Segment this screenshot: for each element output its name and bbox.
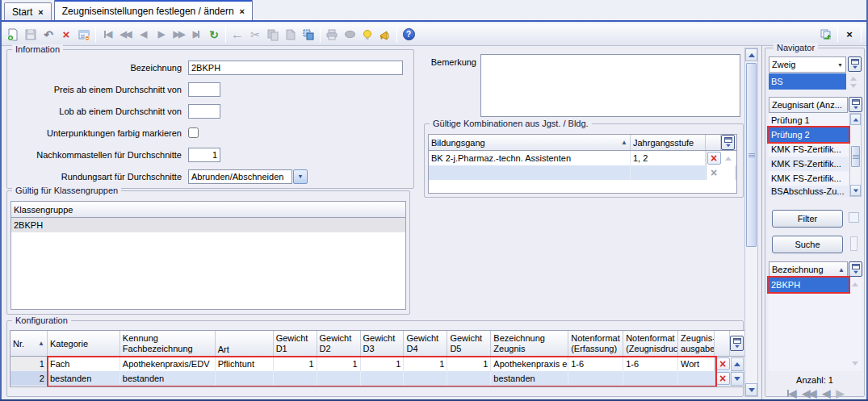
print-icon[interactable] bbox=[323, 26, 341, 44]
column-header-kategorie[interactable]: Kategorie bbox=[48, 331, 120, 356]
delete-row-icon[interactable]: × bbox=[716, 372, 730, 385]
column-header-bildungsgang[interactable]: Bildungsgang ▲ bbox=[429, 135, 631, 150]
table-row-empty[interactable]: × bbox=[429, 165, 736, 180]
scroll-up-button[interactable] bbox=[850, 114, 861, 125]
nav-first-icon[interactable]: ◀ bbox=[99, 26, 116, 44]
undo-icon[interactable]: ↶ bbox=[40, 26, 57, 44]
column-header-art[interactable]: Art bbox=[216, 331, 274, 356]
scroll-down-button[interactable] bbox=[731, 372, 744, 386]
unterpunktungen-checkbox[interactable] bbox=[188, 127, 199, 138]
table-row[interactable]: 2 bestanden bestanden bestanden × bbox=[10, 371, 744, 386]
cell-art: Pflichtunt bbox=[216, 357, 274, 371]
column-header-bezeichnung-zeugnis[interactable]: BezeichnungZeugnis bbox=[491, 331, 568, 356]
table-row[interactable]: BK 2-j.Pharmaz.-techn. Assistenten 1, 2 … bbox=[429, 151, 736, 165]
nav-next-icon[interactable]: ▶ bbox=[152, 26, 170, 44]
zeugnisart-item[interactable]: KMK FS-Zertifik... bbox=[769, 171, 849, 186]
nav-first-icon[interactable]: ◀ bbox=[787, 387, 795, 399]
zweig-dropdown[interactable]: Zweig ▼ bbox=[769, 56, 846, 73]
main-vertical-scrollbar[interactable] bbox=[744, 48, 758, 397]
cut-icon[interactable]: ✂ bbox=[246, 26, 264, 44]
delete-row-icon[interactable]: × bbox=[716, 357, 730, 370]
column-header-gewicht-d2[interactable]: GewichtD2 bbox=[317, 331, 361, 356]
scrollbar-thumb[interactable] bbox=[851, 146, 860, 167]
close-pane-icon[interactable]: × bbox=[841, 26, 858, 44]
hint-bulb-icon[interactable] bbox=[359, 26, 376, 44]
column-header-gewicht-d5[interactable]: GewichtD5 bbox=[447, 331, 491, 356]
column-header-jahrgangsstufe[interactable]: Jahrgangsstufe bbox=[631, 135, 706, 150]
column-header-gewicht-d3[interactable]: GewichtD3 bbox=[361, 331, 405, 356]
column-chooser-cell bbox=[730, 331, 744, 356]
save-icon[interactable] bbox=[22, 26, 40, 44]
nav-next-icon[interactable]: ▶ bbox=[837, 387, 843, 399]
dropdown-button[interactable]: ▼ bbox=[293, 169, 308, 184]
delete-row-disabled-icon: × bbox=[707, 166, 721, 179]
paste-icon[interactable] bbox=[282, 26, 300, 44]
scroll-up-button[interactable] bbox=[745, 48, 757, 61]
lob-input[interactable] bbox=[188, 104, 220, 119]
tab-close-icon[interactable]: × bbox=[240, 6, 245, 16]
bezeichnung-item-selected[interactable]: 2BKPH bbox=[769, 278, 849, 292]
field-chooser-button[interactable] bbox=[848, 56, 862, 72]
scroll-up-button[interactable] bbox=[731, 357, 744, 371]
delete-record-icon[interactable]: × bbox=[57, 26, 75, 44]
column-header-notenformat-erfassung[interactable]: Notenformat(Erfassung) bbox=[568, 331, 623, 356]
table-row[interactable]: 2BKPH bbox=[11, 218, 405, 232]
nav-fast-prev-icon[interactable]: ◀◀ bbox=[116, 26, 134, 44]
field-chooser-button[interactable] bbox=[849, 97, 862, 112]
refresh-icon[interactable]: ↻ bbox=[205, 26, 223, 44]
table-row[interactable]: 1 Fach Apothekenpraxis/EDV Pflichtunt 1 … bbox=[10, 357, 744, 371]
zeugnisart-item[interactable]: BSAbschluss-Zu... bbox=[769, 186, 849, 197]
column-header-kennung[interactable]: KennungFachbezeichnung bbox=[120, 331, 216, 356]
field-chooser-button[interactable] bbox=[730, 336, 744, 351]
help-icon[interactable]: ? bbox=[400, 26, 417, 44]
tab-start[interactable]: Start × bbox=[4, 2, 52, 20]
zeugnisart-item[interactable]: KMK FS-Zertifik... bbox=[769, 142, 849, 157]
preis-input[interactable] bbox=[188, 82, 220, 97]
preview-icon[interactable] bbox=[341, 26, 359, 44]
rundungsart-select[interactable]: Abrunden/Abschneiden ▼ bbox=[188, 169, 308, 184]
column-header-gewicht-d4[interactable]: GewichtD4 bbox=[404, 331, 447, 356]
filter-button[interactable]: Filter bbox=[772, 210, 843, 228]
nav-fast-next-icon[interactable]: ▶▶ bbox=[170, 26, 187, 44]
nav-prev-icon[interactable]: ◀ bbox=[134, 26, 152, 44]
zeugnisart-item[interactable]: Prüfung 1 bbox=[769, 113, 849, 127]
zeugnisart-header[interactable]: Zeugnisart (Anz... bbox=[769, 97, 848, 113]
column-header-klassengruppe[interactable]: Klassengruppe bbox=[11, 202, 405, 217]
column-header-notenformat-zeugnisdruck[interactable]: Notenformat(Zeugnisdruck) bbox=[623, 331, 678, 356]
delete-row-icon[interactable]: × bbox=[707, 152, 721, 165]
suche-button[interactable]: Suche bbox=[772, 236, 843, 253]
field-chooser-button[interactable] bbox=[849, 261, 862, 277]
zweig-item-bs[interactable]: BS bbox=[769, 73, 846, 90]
scroll-up-icon[interactable] bbox=[725, 157, 732, 161]
nachkommastellen-input[interactable] bbox=[188, 148, 220, 162]
copy-icon[interactable] bbox=[264, 26, 282, 44]
scrollbar-thumb[interactable] bbox=[746, 63, 757, 247]
filter-option-box[interactable] bbox=[849, 212, 859, 223]
scroll-down-button[interactable] bbox=[850, 185, 861, 196]
switch-view-icon[interactable] bbox=[817, 26, 835, 44]
column-header-nr[interactable]: Nr. ▲ bbox=[10, 331, 48, 356]
zeugnisart-item-selected[interactable]: Prüfung 2 bbox=[769, 127, 849, 142]
bemerkung-textarea[interactable] bbox=[480, 54, 740, 117]
new-record-icon[interactable] bbox=[4, 26, 22, 44]
notification-horn-icon[interactable] bbox=[376, 26, 394, 44]
konfiguration-group-label: Konfiguration bbox=[12, 315, 71, 325]
column-header-gewicht-d1[interactable]: GewichtD1 bbox=[274, 331, 317, 356]
field-chooser-button[interactable] bbox=[721, 135, 735, 150]
bezeichnung-input[interactable] bbox=[188, 61, 403, 75]
zeugnisart-scrollbar[interactable] bbox=[849, 113, 862, 197]
bezeichnung-header[interactable]: Bezeichnung ▲ bbox=[769, 261, 848, 278]
nav-prev-icon[interactable]: ◀ bbox=[823, 387, 829, 399]
nav-fast-prev-icon[interactable]: ◀◀ bbox=[803, 387, 816, 399]
nav-last-icon[interactable]: ▶ bbox=[187, 26, 205, 44]
column-header-zeugnisausgabe[interactable]: Zeugnis-ausgabe bbox=[678, 331, 715, 356]
zeugnisart-item[interactable]: KMK FS-Zertifik... bbox=[769, 157, 849, 171]
tab-close-icon[interactable]: × bbox=[38, 7, 43, 17]
back-icon[interactable]: ← bbox=[229, 26, 246, 44]
suche-option-box[interactable] bbox=[850, 236, 858, 251]
select-region-icon[interactable] bbox=[300, 26, 317, 44]
scroll-down-button[interactable] bbox=[745, 383, 757, 396]
tab-zeugniseinstellungen[interactable]: Zeugniseinstellungen festlegen / ändern … bbox=[54, 0, 253, 20]
edit-form-icon[interactable] bbox=[75, 26, 93, 44]
chevron-down-icon: ▼ bbox=[298, 173, 304, 179]
